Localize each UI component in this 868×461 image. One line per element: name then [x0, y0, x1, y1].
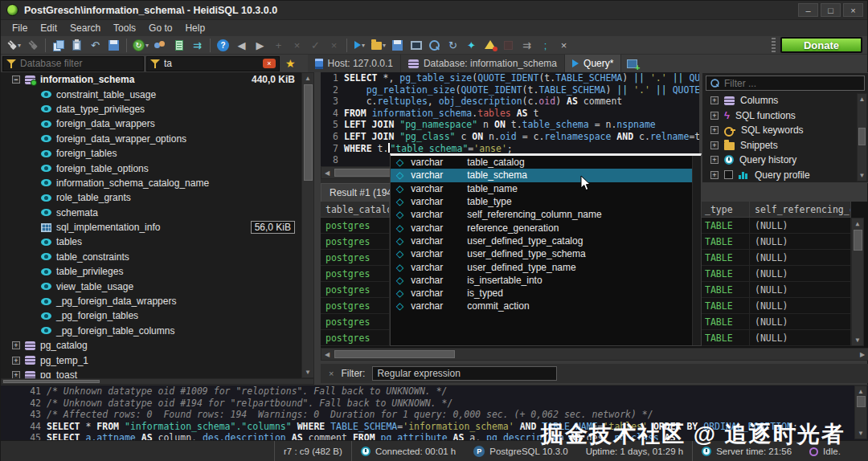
scrollbar-thumb[interactable]: [3, 380, 100, 383]
tree-item-pg_catalog[interactable]: +pg_catalog: [1, 338, 301, 353]
cell-type-row5[interactable]: TABLE: [700, 298, 750, 314]
cell-table_catalog-row4[interactable]: postgres: [321, 282, 390, 298]
collapse-icon[interactable]: −: [12, 75, 20, 84]
sidebar-horizontal-scrollbar[interactable]: [1, 378, 314, 385]
menu-go-to[interactable]: Go to: [142, 21, 178, 35]
help-button[interactable]: ?: [214, 37, 232, 54]
table-filter-input[interactable]: [164, 58, 259, 69]
autocomplete-item-reference_generation[interactable]: ◇varcharreference_generation: [391, 221, 701, 234]
cell-type-row3[interactable]: TABLE: [700, 266, 750, 282]
helper-item-sql-functions[interactable]: +ϟSQL functions: [702, 108, 868, 124]
cell-self_ref-row5[interactable]: (NULL): [750, 298, 851, 314]
expand-icon[interactable]: +: [710, 156, 719, 164]
cell-type-row0[interactable]: TABLE: [700, 218, 750, 234]
post-changes-button[interactable]: ✓: [306, 37, 325, 54]
autocomplete-item-is_typed[interactable]: ◇varcharis_typed: [391, 287, 701, 300]
refresh-button[interactable]: ↻▾: [130, 37, 151, 54]
tab-host[interactable]: Host: 127.0.0.1: [308, 55, 401, 72]
cell-type-row1[interactable]: TABLE: [700, 234, 750, 250]
cell-type-row7[interactable]: TABLE: [700, 330, 750, 346]
expand-icon[interactable]: +: [710, 112, 719, 120]
close-tab-button[interactable]: ×: [555, 37, 573, 54]
tree-item-_pg_foreign_data_wrappers[interactable]: _pg_foreign_data_wrappers: [1, 294, 301, 308]
cell-table_catalog-row5[interactable]: postgres: [321, 298, 390, 314]
save-file-button[interactable]: [388, 37, 407, 54]
cell-self_ref-row7[interactable]: (NULL): [750, 330, 851, 346]
scrollbar-left-arrow[interactable]: ◀: [323, 351, 331, 358]
column-header-table_catalog[interactable]: table_catalog: [321, 202, 390, 218]
sql-editor[interactable]: 1SELECT *, pg_table_size(QUOTE_IDENT(t.T…: [321, 72, 700, 166]
format-sql-button[interactable]: ✦: [462, 37, 481, 54]
column-header-type[interactable]: _type: [700, 202, 750, 218]
tree-item-data_type_privileges[interactable]: data_type_privileges: [1, 102, 301, 116]
maximize-button[interactable]: □: [821, 3, 841, 17]
cell-table_catalog-row1[interactable]: postgres: [321, 234, 390, 250]
menu-edit[interactable]: Edit: [34, 21, 63, 35]
run-query-button[interactable]: ▾: [350, 37, 369, 54]
cell-type-row2[interactable]: TABLE: [700, 250, 750, 266]
copy-button[interactable]: [49, 37, 68, 54]
menu-file[interactable]: File: [6, 21, 34, 35]
tree-item-sql_implementation_info[interactable]: sql_implementation_info56,0 KiB: [1, 220, 301, 235]
delete-record-button[interactable]: ×: [288, 37, 306, 54]
scrollbar-thumb[interactable]: [857, 396, 866, 407]
grid-vertical-scrollbar[interactable]: ▲▼: [851, 218, 864, 346]
tree-item-_pg_foreign_table_columns[interactable]: _pg_foreign_table_columns: [1, 324, 301, 338]
tree-item-_pg_foreign_tables[interactable]: _pg_foreign_tables: [1, 308, 301, 323]
indent-button[interactable]: ⇉: [518, 37, 536, 54]
bulk-insert-button[interactable]: ⇉: [188, 37, 207, 54]
tree-item-foreign_table_options[interactable]: foreign_table_options: [1, 161, 301, 175]
next-result-button[interactable]: ▶: [251, 37, 269, 54]
cell-self_ref-row1[interactable]: (NULL): [750, 234, 851, 250]
menu-search[interactable]: Search: [63, 21, 107, 35]
autocomplete-item-commit_action[interactable]: ◇varcharcommit_action: [391, 300, 701, 312]
autocomplete-item-user_defined_type_catalog[interactable]: ◇varcharuser_defined_type_catalog: [391, 235, 701, 247]
query-profile-checkbox[interactable]: [724, 170, 733, 179]
minimize-button[interactable]: –: [798, 3, 818, 17]
cell-type-row6[interactable]: TABLE: [700, 314, 750, 330]
tree-item-foreign_data_wrapper_options[interactable]: foreign_data_wrapper_options: [1, 132, 301, 146]
autocomplete-item-table_schema[interactable]: ◇varchartable_schema: [391, 169, 701, 182]
dropdown-scrollbar[interactable]: [692, 156, 701, 345]
stop-on-errors-button[interactable]: [481, 37, 499, 54]
expand-icon[interactable]: +: [12, 357, 20, 365]
autocomplete-item-table_name[interactable]: ◇varchartable_name: [391, 182, 701, 195]
clear-grid-filter-icon[interactable]: ×: [329, 369, 334, 378]
sidebar-vertical-scrollbar[interactable]: ▲▼: [301, 72, 314, 378]
sql-log[interactable]: 41/* Unknown datatype oid #1009 for "rel…: [1, 385, 868, 440]
cell-table_catalog-row3[interactable]: postgres: [321, 266, 390, 282]
tree-splitter[interactable]: [314, 72, 321, 385]
cancel-editing-button[interactable]: ×: [325, 37, 343, 54]
cell-table_catalog-row0[interactable]: postgres: [321, 218, 390, 234]
autocomplete-item-user_defined_type_schema[interactable]: ◇varcharuser_defined_type_schema: [391, 247, 701, 260]
donate-button[interactable]: Donate: [780, 37, 862, 53]
grid-horizontal-scrollbar[interactable]: ◀ ▶: [321, 348, 868, 361]
tree-item-tables[interactable]: tables: [1, 235, 301, 249]
helper-filter-input[interactable]: [724, 78, 861, 89]
tab-query[interactable]: Query*: [565, 55, 621, 72]
scrollbar-thumb[interactable]: [334, 350, 455, 358]
expand-icon[interactable]: +: [710, 141, 719, 149]
export-database-button[interactable]: [104, 37, 123, 54]
previous-result-button[interactable]: ◀: [232, 37, 251, 54]
helper-panel-scrollbar[interactable]: ▲ ▼: [857, 93, 867, 182]
menu-tools[interactable]: Tools: [107, 21, 142, 35]
scrollbar-thumb[interactable]: [858, 128, 866, 145]
scrollbar-thumb[interactable]: [854, 230, 862, 251]
open-file-button[interactable]: ▾: [369, 37, 388, 54]
user-manager-button[interactable]: [151, 37, 170, 54]
paste-button[interactable]: [68, 37, 86, 54]
scrollbar-down-arrow[interactable]: ▼: [852, 337, 863, 344]
tree-item-information_schema_catalog_name[interactable]: information_schema_catalog_name: [1, 176, 301, 190]
table-filter-box[interactable]: ×: [146, 56, 280, 71]
find-again-button[interactable]: ↻: [444, 37, 462, 54]
menu-help[interactable]: Help: [178, 21, 211, 35]
favorites-star-icon[interactable]: ★: [282, 57, 299, 70]
tree-item-constraint_table_usage[interactable]: constraint_table_usage: [1, 87, 301, 101]
tree-item-information_schema[interactable]: −information_schema440,0 KiB: [1, 72, 301, 87]
column-header-self_referencing_col[interactable]: self_referencing_col: [750, 202, 851, 218]
cell-self_ref-row3[interactable]: (NULL): [750, 266, 851, 282]
autocomplete-item-user_defined_type_name[interactable]: ◇varcharuser_defined_type_name: [391, 260, 701, 273]
tree-item-table_privileges[interactable]: table_privileges: [1, 264, 301, 279]
scrollbar-up-arrow[interactable]: ▲: [858, 96, 866, 103]
